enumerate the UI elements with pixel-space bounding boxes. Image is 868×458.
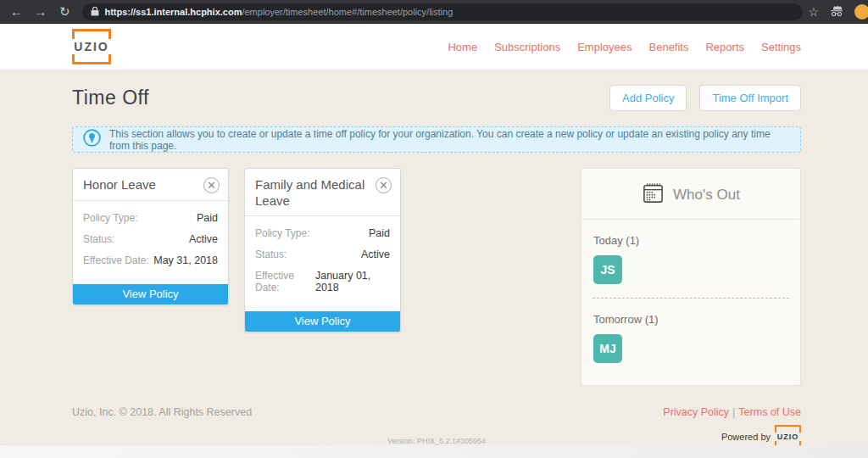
info-banner-text: This section allows you to create or upd… — [109, 128, 790, 152]
whos-out-tomorrow-section: Tomorrow (1) MJ — [581, 313, 800, 363]
refresh-icon[interactable]: ↻ — [55, 0, 74, 24]
policy-card-title: Honor Leave — [83, 176, 203, 193]
main-navigation: Home Subscriptions Employees Benefits Re… — [448, 41, 801, 53]
nav-settings[interactable]: Settings — [761, 41, 801, 53]
address-bar[interactable]: https://ss1.internal.hcphix.com/employer… — [82, 3, 803, 20]
effective-date-value: January 01, 2018 — [315, 270, 390, 293]
status-value: Active — [361, 249, 390, 260]
dashed-divider — [593, 298, 789, 299]
nav-reports[interactable]: Reports — [705, 41, 744, 53]
browser-chrome: ← → ↻ https://ss1.internal.hcphix.com/em… — [0, 0, 868, 24]
uzio-logo-text: UZIO — [71, 39, 112, 54]
url-path: /employer/timesheet/home#/timesheet/poli… — [242, 7, 453, 17]
whos-out-panel: Who's Out Today (1) JS Tomorrow (1) MJ — [581, 168, 801, 386]
page-bottom-strip — [0, 445, 868, 458]
bookmark-star-icon[interactable]: ☆ — [808, 5, 819, 19]
policy-card-family-medical-leave: Family and Medical Leave ✕ Policy Type: … — [244, 168, 401, 332]
whos-out-today-section: Today (1) JS — [581, 234, 800, 284]
policy-type-value: Paid — [369, 227, 390, 239]
powered-by-label: Powered by — [721, 432, 771, 442]
version-text: Version: PHIX_5.2.1#305954 — [72, 437, 801, 445]
whos-out-title: Who's Out — [673, 187, 740, 204]
lightbulb-info-icon — [83, 129, 101, 150]
main-content: Time Off Add Policy Time Off Import This… — [0, 70, 868, 445]
close-icon[interactable]: ✕ — [203, 177, 220, 193]
status-label: Status: — [83, 233, 114, 245]
nav-employees[interactable]: Employees — [577, 41, 632, 53]
back-icon[interactable]: ← — [7, 0, 25, 24]
url-domain: https://ss1.internal.hcphix.com — [104, 7, 242, 17]
close-icon[interactable]: ✕ — [376, 177, 392, 193]
forward-icon[interactable]: → — [31, 0, 49, 24]
terms-of-use-link[interactable]: Terms of Use — [738, 406, 801, 418]
policy-type-label: Policy Type: — [255, 227, 309, 239]
info-banner: This section allows you to create or upd… — [72, 126, 801, 153]
app-header: UZIO Home Subscriptions Employees Benefi… — [0, 24, 868, 70]
nav-subscriptions[interactable]: Subscriptions — [494, 41, 560, 53]
incognito-icon — [830, 6, 843, 17]
nav-home[interactable]: Home — [448, 41, 477, 53]
employee-initials-badge[interactable]: MJ — [593, 334, 622, 363]
nav-benefits[interactable]: Benefits — [649, 41, 689, 53]
footer: Uzio, Inc. © 2018. All Rights Reserved P… — [72, 406, 801, 418]
privacy-policy-link[interactable]: Privacy Policy — [663, 406, 729, 418]
view-policy-button[interactable]: View Policy — [245, 311, 400, 332]
uzio-logo[interactable]: UZIO — [72, 29, 111, 64]
uzio-mini-logo: UZIO — [775, 425, 801, 445]
copyright-text: Uzio, Inc. © 2018. All Rights Reserved — [72, 406, 252, 418]
policy-card-title: Family and Medical Leave — [255, 176, 376, 209]
policy-type-label: Policy Type: — [83, 212, 137, 224]
profile-avatar[interactable] — [854, 4, 868, 20]
uzio-mini-logo-text: UZIO — [774, 433, 802, 441]
effective-date-label: Effective Date: — [255, 270, 315, 293]
lock-icon — [91, 4, 99, 20]
status-label: Status: — [255, 249, 287, 260]
employee-initials-badge[interactable]: JS — [593, 255, 622, 284]
powered-by: Powered by UZIO — [721, 425, 801, 445]
effective-date-value: May 31, 2018 — [153, 254, 218, 266]
time-off-import-button[interactable]: Time Off Import — [699, 85, 801, 111]
effective-date-label: Effective Date: — [83, 254, 149, 266]
policy-card-honor-leave: Honor Leave ✕ Policy Type: Paid Status: … — [72, 168, 229, 305]
policy-type-value: Paid — [197, 212, 218, 224]
add-policy-button[interactable]: Add Policy — [609, 85, 687, 111]
status-value: Active — [189, 233, 218, 245]
today-label: Today (1) — [593, 234, 800, 247]
view-policy-button[interactable]: View Policy — [73, 284, 228, 304]
calendar-icon — [642, 182, 665, 208]
page-title: Time Off — [72, 87, 149, 109]
legal-separator: | — [729, 406, 738, 418]
tomorrow-label: Tomorrow (1) — [593, 313, 800, 326]
